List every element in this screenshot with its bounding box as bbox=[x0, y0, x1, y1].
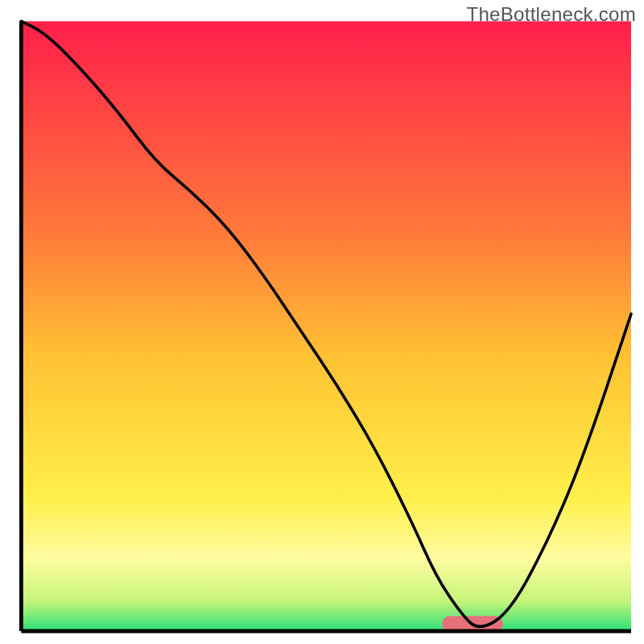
chart-svg bbox=[0, 0, 644, 644]
chart-frame: TheBottleneck.com bbox=[0, 0, 644, 644]
gradient-background bbox=[21, 21, 631, 631]
watermark-text: TheBottleneck.com bbox=[466, 3, 636, 26]
